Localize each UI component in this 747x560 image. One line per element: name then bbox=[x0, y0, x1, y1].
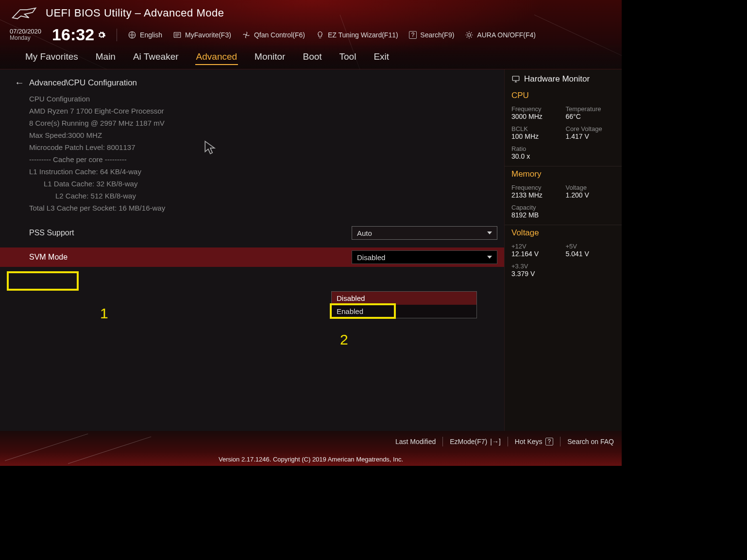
question-icon: ? bbox=[545, 438, 554, 445]
setting-svm-mode[interactable]: SVM Mode Disabled bbox=[0, 247, 504, 267]
app-title: UEFI BIOS Utility – Advanced Mode bbox=[46, 7, 224, 19]
svg-point-2 bbox=[245, 34, 247, 35]
chevron-down-icon bbox=[487, 256, 492, 259]
language-button[interactable]: English bbox=[128, 31, 162, 39]
hardware-monitor-sidebar: Hardware Monitor CPU Frequency3000 MHz T… bbox=[504, 69, 622, 434]
cpu-core-voltage: 1.417 V bbox=[566, 132, 615, 140]
l3-cache: Total L3 Cache per Socket: 16 MB/16-way bbox=[29, 204, 496, 212]
tab-tool[interactable]: Tool bbox=[339, 49, 357, 65]
eztuning-button[interactable]: EZ Tuning Wizard(F11) bbox=[316, 31, 398, 39]
search-faq-button[interactable]: Search on FAQ bbox=[567, 438, 614, 445]
question-icon: ? bbox=[409, 31, 417, 39]
svg-point-3 bbox=[468, 33, 471, 36]
list-icon bbox=[173, 31, 182, 39]
annotation-2: 2 bbox=[340, 331, 348, 348]
cpu-temperature: 66°C bbox=[566, 113, 615, 120]
setting-pss-support[interactable]: PSS Support Auto bbox=[0, 223, 504, 243]
l2-cache: L2 Cache: 512 KB/8-way bbox=[29, 192, 496, 199]
breadcrumb[interactable]: ← Advanced\CPU Configuration bbox=[15, 77, 496, 88]
cpu-frequency: 3000 MHz bbox=[511, 113, 561, 120]
pss-label: PSS Support bbox=[15, 229, 74, 237]
time-display[interactable]: 16:32 bbox=[52, 25, 106, 44]
cpu-ratio: 30.0 x bbox=[511, 152, 561, 160]
l1i-cache: L1 Instruction Cache: 64 KB/4-way bbox=[29, 168, 496, 175]
mem-frequency: 2133 MHz bbox=[511, 191, 561, 199]
mem-capacity: 8192 MB bbox=[511, 211, 561, 219]
tab-ai-tweaker[interactable]: Ai Tweaker bbox=[132, 49, 180, 65]
l1d-cache: L1 Data Cache: 32 KB/8-way bbox=[29, 180, 496, 187]
svm-dropdown[interactable]: Disabled bbox=[352, 250, 497, 264]
cpu-bclk: 100 MHz bbox=[511, 132, 561, 140]
cpu-info-block: CPU Configuration AMD Ryzen 7 1700 Eight… bbox=[15, 95, 496, 212]
mem-voltage: 1.200 V bbox=[566, 191, 615, 199]
svm-option-disabled[interactable]: Disabled bbox=[332, 292, 476, 305]
monitor-icon bbox=[511, 75, 520, 83]
sb-voltage-title: Voltage bbox=[511, 228, 615, 238]
copyright-text: Version 2.17.1246. Copyright (C) 2019 Am… bbox=[219, 456, 403, 463]
sb-cpu-title: CPU bbox=[511, 91, 615, 100]
gear-icon bbox=[97, 31, 106, 39]
date-text: 07/20/2020 bbox=[10, 28, 41, 35]
hotkeys-button[interactable]: Hot Keys ? bbox=[515, 438, 554, 445]
ezmode-button[interactable]: EzMode(F7) |→] bbox=[450, 438, 501, 445]
sb-memory-title: Memory bbox=[511, 169, 615, 179]
day-text: Monday bbox=[10, 35, 41, 41]
cpu-max-speed: Max Speed:3000 MHZ bbox=[29, 132, 496, 139]
cache-divider: --------- Cache per core --------- bbox=[29, 156, 496, 163]
rog-logo-icon bbox=[10, 4, 39, 22]
tab-main[interactable]: Main bbox=[95, 49, 117, 65]
globe-icon bbox=[128, 31, 136, 39]
svm-dropdown-menu: Disabled Enabled bbox=[331, 291, 477, 318]
sun-icon bbox=[465, 31, 474, 39]
tab-monitor[interactable]: Monitor bbox=[254, 49, 286, 65]
back-arrow-icon: ← bbox=[15, 77, 24, 88]
tab-exit[interactable]: Exit bbox=[373, 49, 390, 65]
svm-option-enabled[interactable]: Enabled bbox=[332, 305, 476, 318]
tab-my-favorites[interactable]: My Favorites bbox=[24, 49, 79, 65]
chevron-down-icon bbox=[487, 231, 492, 234]
bulb-icon bbox=[316, 31, 324, 39]
aura-button[interactable]: AURA ON/OFF(F4) bbox=[465, 31, 536, 39]
tab-boot[interactable]: Boot bbox=[302, 49, 323, 65]
svm-label: SVM Mode bbox=[15, 253, 68, 262]
myfavorite-button[interactable]: MyFavorite(F3) bbox=[173, 31, 231, 39]
exit-icon: |→] bbox=[490, 438, 501, 445]
voltage-3-3v: 3.379 V bbox=[511, 270, 561, 278]
cpu-microcode: Microcode Patch Level: 8001137 bbox=[29, 144, 496, 151]
pss-dropdown[interactable]: Auto bbox=[352, 226, 497, 240]
qfan-button[interactable]: Qfan Control(F6) bbox=[242, 31, 305, 39]
cpu-model: AMD Ryzen 7 1700 Eight-Core Processor bbox=[29, 107, 496, 115]
cpu-cores-line: 8 Core(s) Running @ 2997 MHz 1187 mV bbox=[29, 119, 496, 127]
last-modified-button[interactable]: Last Modified bbox=[395, 438, 436, 445]
svg-rect-4 bbox=[512, 76, 519, 81]
search-button[interactable]: ? Search(F9) bbox=[409, 31, 455, 39]
tab-advanced[interactable]: Advanced bbox=[195, 49, 238, 65]
main-tabs: My Favorites Main Ai Tweaker Advanced Mo… bbox=[0, 45, 622, 69]
cpu-config-heading: CPU Configuration bbox=[29, 95, 496, 102]
fan-icon bbox=[242, 31, 251, 39]
sidebar-title: Hardware Monitor bbox=[524, 74, 590, 84]
annotation-1: 1 bbox=[100, 305, 108, 322]
voltage-12v: 12.164 V bbox=[511, 250, 561, 258]
voltage-5v: 5.041 V bbox=[566, 250, 615, 258]
